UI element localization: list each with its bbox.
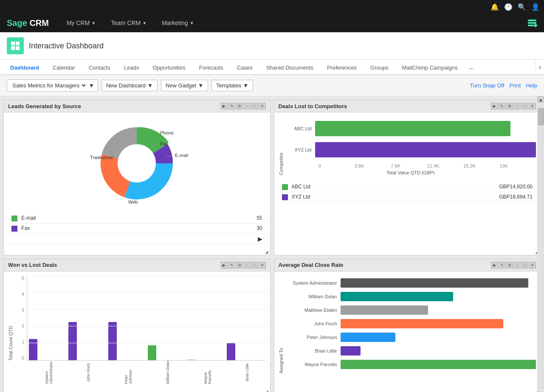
gadget2-up[interactable]: ↑: [514, 103, 521, 109]
gadget1-resize[interactable]: ◢: [4, 249, 270, 255]
help-link[interactable]: Help: [526, 82, 537, 89]
gadget1-play[interactable]: ▶: [221, 103, 228, 109]
gadget4-play[interactable]: ▶: [491, 262, 498, 269]
gadget3-expand[interactable]: □: [251, 262, 258, 269]
legend-value-email: 55: [192, 213, 265, 223]
scrollbar[interactable]: ▲ ▼: [537, 96, 544, 392]
bar-row-abc: ABC Ltd: [285, 121, 536, 136]
tab-forecasts[interactable]: Forecasts: [192, 61, 230, 75]
templates-button[interactable]: Templates ▼: [211, 80, 253, 91]
gadget1-edit[interactable]: ✎: [228, 103, 235, 109]
gadget3-controls: ▶ ✎ ⚙ ↑ □ ✕: [221, 262, 266, 269]
gadget3-chart: Total Count QTD 0 1 2 3 4 5: [8, 276, 266, 361]
gadget1-expand[interactable]: □: [251, 103, 258, 109]
gadget3-title: Won vs Lost Deals: [8, 262, 57, 268]
svg-rect-7: [11, 46, 15, 50]
xlabel-brianlittle: Brian Little: [228, 361, 265, 384]
gadget1-up[interactable]: ↑: [244, 103, 251, 109]
toolbar-right: Turn Snap Off Print Help: [470, 82, 537, 89]
gadget1-legend: E-mail 55 Fax 30 ▶: [8, 213, 266, 244]
print-link[interactable]: Print: [510, 82, 521, 89]
gadget1-settings[interactable]: ⚙: [236, 103, 243, 109]
gadget2-settings[interactable]: ⚙: [506, 103, 513, 109]
gadget4-close[interactable]: ✕: [529, 262, 536, 269]
xlabel-wayneparcells: Wayne Parcells: [189, 361, 226, 384]
hbar-label-johnfinch: John Finch: [285, 321, 341, 326]
hbar-row-mattheweben: Matthew Ebden: [285, 305, 536, 315]
new-dashboard-arrow: ▼: [147, 82, 153, 89]
dashboard-select[interactable]: Sales Metrics for Managers ▼: [7, 79, 98, 92]
tab-mailchimp[interactable]: MailChimp Campaigns: [395, 61, 465, 75]
gadget3-edit[interactable]: ✎: [228, 262, 235, 269]
tab-dashboard[interactable]: Dashboard: [3, 61, 46, 75]
legend-label-email: E-mail: [21, 215, 36, 221]
legend-color-email: [11, 216, 17, 221]
bell-icon[interactable]: 🔔: [490, 3, 499, 11]
gadget3-resize[interactable]: ◢: [4, 388, 270, 392]
gadget4-up[interactable]: ↑: [514, 262, 521, 269]
svg-text:Tradeshow: Tradeshow: [90, 155, 113, 160]
competitor-axis-label: Competitor: [279, 121, 284, 175]
tab-calendar[interactable]: Calendar: [46, 61, 82, 75]
new-gadget-button[interactable]: New Gadget ▼: [161, 80, 208, 91]
xlabel-williamdolan: William Dolan: [149, 361, 186, 384]
gadget2-play[interactable]: ▶: [491, 103, 498, 109]
gadget2-expand[interactable]: □: [521, 103, 528, 109]
user-icon[interactable]: 👤: [531, 3, 540, 11]
gadget2-close[interactable]: ✕: [529, 103, 536, 109]
hbar-label-sysadmin: System Administrator: [285, 280, 341, 286]
tab-groups[interactable]: Groups: [364, 61, 395, 75]
gadget3-close[interactable]: ✕: [259, 262, 266, 269]
nav-my-crm[interactable]: My CRM ▼: [61, 17, 101, 29]
tab-preferences[interactable]: Preferences: [320, 61, 364, 75]
new-item-button[interactable]: [527, 18, 537, 28]
xlabel-peterjohnson: Peter Johnson: [110, 361, 147, 384]
dropdown-arrow: ▼: [89, 82, 94, 89]
gadget2-edit[interactable]: ✎: [499, 103, 505, 109]
gadget3-play[interactable]: ▶: [221, 262, 228, 269]
tab-shared-documents[interactable]: Shared Documents: [259, 61, 320, 75]
search-icon[interactable]: 🔍: [518, 3, 526, 11]
gadget4-resize[interactable]: ◢: [274, 388, 541, 392]
grid-line-2: [27, 326, 266, 326]
bar-brianlittle-purple: [227, 343, 235, 360]
gadget-deal-close-rate: Average Deal Close Rate ▶ ✎ ⚙ ↑ □ ✕ Assi…: [274, 259, 541, 392]
new-dashboard-button[interactable]: New Dashboard ▼: [101, 80, 158, 91]
legend-more-arrow[interactable]: ▶: [258, 235, 262, 242]
bar-group-peterjohnson: [108, 322, 145, 360]
tab-opportunities[interactable]: Opportunities: [146, 61, 192, 75]
gadget1-close[interactable]: ✕: [259, 103, 266, 109]
dashboard-dropdown[interactable]: Sales Metrics for Managers: [11, 82, 87, 89]
tab-cases[interactable]: Cases: [230, 61, 259, 75]
gadget3-up[interactable]: ↑: [244, 262, 251, 269]
tab-more[interactable]: ...: [464, 60, 478, 74]
tabs-scroll-right[interactable]: ›: [536, 60, 544, 74]
gadget4-settings[interactable]: ⚙: [506, 262, 513, 269]
scrollbar-thumb[interactable]: [538, 108, 544, 125]
gadget1-header: Leads Generated by Source ▶ ✎ ⚙ ↑ □ ✕: [4, 100, 270, 112]
page-header: Interactive Dashboard: [0, 32, 544, 60]
bar-wayneparcells: [187, 359, 196, 360]
x-axis-title: Total Value QTD (GBP): [285, 170, 536, 175]
hbar-johnfinch: [341, 319, 504, 328]
axis-11.4k: 11.4K: [427, 163, 463, 168]
gadget3-settings[interactable]: ⚙: [236, 262, 243, 269]
svg-text:Fax: Fax: [160, 141, 168, 146]
logo: Sage CRM: [7, 18, 49, 28]
tab-contacts[interactable]: Contacts: [82, 61, 117, 75]
axis-19k: 19K: [500, 163, 536, 168]
clock-icon[interactable]: 🕐: [504, 3, 513, 11]
scrollbar-track: [538, 104, 544, 391]
nav-marketing[interactable]: Marketing ▼: [156, 17, 200, 29]
legend-row-fax: Fax 30: [8, 223, 266, 233]
hbar-wayneparcells: [341, 360, 536, 369]
gadget4-expand[interactable]: □: [521, 262, 528, 269]
nav-team-crm[interactable]: Team CRM ▼: [105, 17, 152, 29]
scrollbar-up[interactable]: ▲: [538, 96, 544, 103]
gadget2-resize[interactable]: ◢: [274, 249, 541, 255]
turn-snap-link[interactable]: Turn Snap Off: [470, 82, 505, 89]
bar-label-xyz: XYZ Ltd: [285, 147, 315, 152]
tab-leads[interactable]: Leads: [117, 61, 146, 75]
bar-abc: [315, 121, 511, 136]
gadget4-edit[interactable]: ✎: [499, 262, 505, 269]
